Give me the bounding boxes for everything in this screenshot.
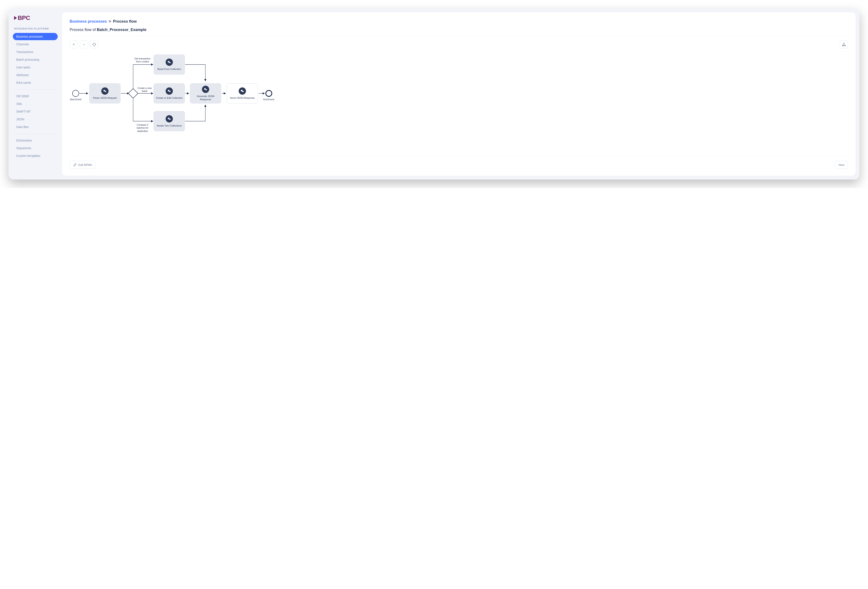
page-title-prefix: Process flow of	[70, 28, 97, 32]
task-label: Read From Collection	[156, 68, 183, 71]
page-title-name: Batch_Processor_Example	[97, 28, 146, 32]
sidebar-item-channels[interactable]: Channels	[13, 41, 58, 48]
sitemap-icon	[842, 43, 846, 46]
plus-icon: +	[73, 42, 75, 47]
svg-rect-6	[842, 45, 843, 46]
next-label: Next	[838, 163, 844, 167]
start-event[interactable]	[72, 90, 79, 97]
gears-icon	[165, 59, 173, 66]
svg-rect-5	[843, 43, 844, 44]
page-title: Process flow of Batch_Processor_Example	[70, 28, 848, 32]
title-divider	[70, 36, 848, 36]
sidebar-item-json[interactable]: JSON	[13, 116, 58, 123]
svg-point-24	[205, 89, 207, 90]
edit-icon	[73, 163, 77, 167]
sidebar-item-iso-8583[interactable]: ISO 8583	[13, 93, 58, 100]
edge-label-mid: Create a new batch	[135, 87, 154, 93]
flow-connectors	[70, 53, 848, 156]
end-event[interactable]	[266, 90, 272, 97]
sidebar-item-custom-templates[interactable]: Custom templates	[13, 152, 58, 159]
edit-bpmn-button[interactable]: Edit BPMN	[70, 161, 96, 169]
sidebar-item-xml[interactable]: XML	[13, 100, 58, 108]
sitemap-button[interactable]	[840, 40, 848, 49]
sidebar-item-user-tasks[interactable]: User tasks	[13, 64, 58, 71]
breadcrumb-link[interactable]: Business processes	[70, 19, 107, 24]
zoom-in-button[interactable]: +	[70, 40, 78, 49]
toolbar: + −	[70, 40, 848, 49]
breadcrumb: Business processes > Process flow	[70, 19, 848, 24]
task-label: Create or Edit Collection	[154, 96, 185, 100]
edge-label-bot: Compare 2 batches for duplicates	[133, 123, 152, 133]
gears-icon	[239, 87, 246, 94]
sidebar-item-business-processes[interactable]: Business processes	[13, 33, 58, 40]
svg-point-25	[241, 90, 242, 92]
next-button[interactable]: Next	[835, 161, 848, 169]
sidebar-item-rsa-cache[interactable]: RSA cache	[13, 79, 58, 86]
crosshair-icon	[92, 43, 96, 46]
svg-point-19	[168, 90, 170, 92]
edit-bpmn-label: Edit BPMN	[78, 163, 92, 167]
gears-icon	[101, 87, 109, 94]
task-generate-response[interactable]: Generate JSON Response	[190, 83, 221, 103]
center-button[interactable]	[90, 40, 98, 49]
task-read-collection[interactable]: Read From Collection	[154, 55, 185, 75]
svg-point-18	[169, 62, 171, 63]
sidebar-item-sequences[interactable]: Sequences	[13, 145, 58, 152]
svg-rect-7	[843, 45, 844, 46]
footer: Edit BPMN Next	[70, 156, 848, 169]
task-label: Send JSON Response	[228, 96, 257, 100]
svg-point-16	[105, 91, 106, 92]
svg-point-20	[169, 91, 171, 92]
logo-chevron-icon	[14, 16, 17, 20]
svg-point-21	[168, 118, 170, 119]
svg-point-15	[103, 90, 105, 92]
start-event-label: Start Event	[67, 98, 84, 101]
sidebar-item-attributes[interactable]: Attributes	[13, 71, 58, 79]
main-panel: Business processes > Process flow Proces…	[62, 12, 856, 176]
sidebar-item-data-files[interactable]: Data files	[13, 123, 58, 131]
sidebar-item-swift-mt[interactable]: SWIFT MT	[13, 108, 58, 115]
task-label: Generate JSON Response	[190, 94, 221, 101]
sidebar-item-transactions[interactable]: Transactions	[13, 48, 58, 56]
logo: BPC	[13, 15, 58, 21]
task-label: Parse JSON Request	[92, 96, 118, 100]
zoom-out-button[interactable]: −	[80, 40, 88, 49]
app-window: BPC INTEGRATION PLATFORM Business proces…	[9, 9, 859, 180]
svg-point-17	[168, 61, 170, 63]
svg-point-0	[93, 43, 96, 46]
gears-icon	[165, 115, 173, 123]
sidebar-item-dictionaries[interactable]: Dictionaries	[13, 137, 58, 144]
svg-point-23	[204, 88, 206, 90]
svg-rect-8	[845, 45, 846, 46]
task-send-response[interactable]: Send JSON Response	[227, 83, 258, 103]
toolbar-left: + −	[70, 40, 98, 49]
flow-canvas[interactable]: Start Event Parse JSON Request Get trans…	[70, 53, 848, 156]
sidebar: BPC INTEGRATION PLATFORM Business proces…	[9, 9, 62, 180]
breadcrumb-current: Process flow	[113, 19, 137, 24]
task-create-edit-collection[interactable]: Create or Edit Collection	[154, 83, 185, 103]
sidebar-heading: INTEGRATION PLATFORM	[13, 27, 58, 30]
gears-icon	[165, 87, 173, 94]
gears-icon	[202, 86, 209, 93]
task-parse-json[interactable]: Parse JSON Request	[89, 83, 121, 103]
svg-point-22	[169, 118, 171, 120]
end-event-label: End Event	[260, 98, 278, 101]
sidebar-item-batch-processing[interactable]: Batch processing	[13, 56, 58, 63]
task-label: Iterate Two Collections	[155, 124, 183, 127]
breadcrumb-separator: >	[109, 19, 111, 24]
svg-point-26	[242, 91, 244, 92]
task-iterate-collections[interactable]: Iterate Two Collections	[154, 111, 185, 131]
logo-text: BPC	[18, 15, 30, 21]
sidebar-divider	[14, 89, 56, 90]
edge-label-top: Get transaction from a batch	[133, 57, 152, 63]
minus-icon: −	[83, 42, 85, 47]
